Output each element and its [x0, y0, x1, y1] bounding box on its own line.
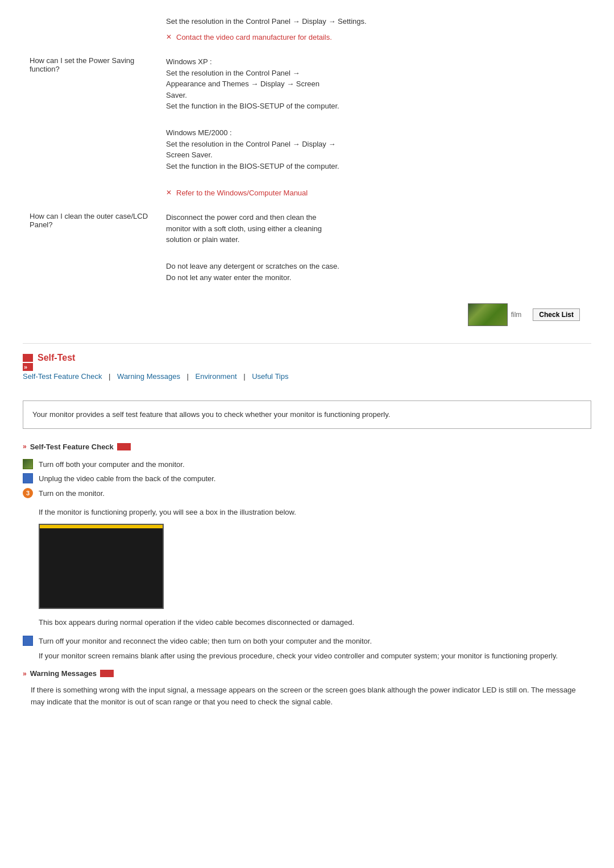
warning-marker-left: » [23, 670, 27, 678]
faq-question-empty [23, 11, 159, 52]
step-3-icon: 3 [23, 488, 33, 498]
sub-nav-warning-messages[interactable]: Warning Messages [117, 372, 180, 381]
warning-messages-header: » Warning Messages [23, 669, 591, 678]
top-text: Set the resolution in the Control Panel … [166, 16, 584, 27]
nav-thumbnail-image [468, 303, 508, 326]
contact-manufacturer-link[interactable]: Contact the video card manufacturer for … [176, 32, 332, 43]
self-test-title: Self-Test [38, 353, 75, 363]
warning-text-body: If there is something wrong with the inp… [23, 685, 591, 708]
sub-nav-sep-1: | [109, 372, 110, 381]
check-list-button[interactable]: Check List [533, 308, 580, 321]
sub-nav-sep-2: | [187, 372, 189, 381]
step-3-sub-text: If the monitor is functioning properly, … [39, 507, 591, 518]
faq-question-power-saving: How can I set the Power Saving function? [23, 52, 159, 207]
faq-answer-power-saving: Windows XP : Set the resolution in the C… [159, 52, 591, 207]
steps-list: Turn off both your computer and the moni… [23, 459, 591, 499]
feature-check-label: Self-Test Feature Check [30, 443, 114, 451]
step-2-text: Unplug the video cable from the back of … [39, 473, 215, 485]
monitor-yellow-bar [40, 525, 163, 528]
sub-nav-environment[interactable]: Environment [196, 372, 237, 381]
feature-check-marker-left: » [23, 443, 27, 450]
step-5: Turn off your monitor and reconnect the … [23, 636, 591, 647]
faq-row-top: Set the resolution in the Control Panel … [23, 11, 591, 52]
power-saving-note-x-icon: ✕ [166, 187, 172, 198]
power-saving-windows-xp: Windows XP : Set the resolution in the C… [166, 56, 584, 112]
self-test-section-header: » Self-Test [23, 353, 591, 363]
self-test-info-text: Your monitor provides a self test featur… [32, 410, 390, 419]
feature-check-marker-right-icon [117, 443, 131, 450]
faq-answer-top: Set the resolution in the Control Panel … [159, 11, 591, 52]
sub-nav-feature-check[interactable]: Self-Test Feature Check [23, 372, 102, 381]
faq-question-clean: How can I clean the outer case/LCD Panel… [23, 207, 159, 292]
nav-film-label: film [511, 311, 522, 319]
clean-answer-1: Disconnect the power cord and then clean… [166, 212, 584, 245]
step-5-icon [23, 636, 33, 646]
faq-table: Set the resolution in the Control Panel … [23, 11, 591, 292]
self-test-section-icon: » [23, 354, 33, 362]
step-1-icon [23, 459, 33, 469]
feature-check-header: » Self-Test Feature Check [23, 443, 591, 451]
sub-nav-sep-3: | [243, 372, 245, 381]
clean-answer-2: Do not leave any detergent or scratches … [166, 261, 584, 283]
note-x-icon: ✕ [166, 32, 172, 42]
step-3: 3 Turn on the monitor. [23, 488, 591, 499]
refer-windows-manual-link[interactable]: Refer to the Windows/Computer Manual [176, 187, 308, 199]
section-marker-svg: » [23, 363, 33, 371]
power-saving-note-line: ✕ Refer to the Windows/Computer Manual [166, 187, 584, 199]
monitor-illustration [39, 524, 164, 609]
step-2: Unplug the video cable from the back of … [23, 473, 591, 485]
sub-nav-useful-tips[interactable]: Useful Tips [252, 372, 288, 381]
step-1-text: Turn off both your computer and the moni… [39, 459, 185, 470]
step-1: Turn off both your computer and the moni… [23, 459, 591, 470]
step-5-container: Turn off your monitor and reconnect the … [23, 636, 591, 661]
step-2-icon [23, 473, 33, 483]
step-3-text: Turn on the monitor. [39, 488, 105, 499]
self-test-info-box: Your monitor provides a self test featur… [23, 400, 591, 429]
warning-label: Warning Messages [30, 669, 97, 678]
faq-row-clean: How can I clean the outer case/LCD Panel… [23, 207, 591, 292]
top-note-line: ✕ Contact the video card manufacturer fo… [166, 32, 584, 43]
power-saving-windows-me: Windows ME/2000 : Set the resolution in … [166, 127, 584, 172]
svg-text:»: » [24, 364, 27, 370]
bottom-nav-bar: film Check List [23, 303, 591, 326]
sub-nav-bar: Self-Test Feature Check | Warning Messag… [23, 372, 591, 381]
faq-answer-clean: Disconnect the power cord and then clean… [159, 207, 591, 292]
step-5-sub-text: If your monitor screen remains blank aft… [39, 650, 591, 662]
section-divider [23, 343, 591, 344]
faq-row-power-saving: How can I set the Power Saving function?… [23, 52, 591, 207]
warning-marker-right-icon [100, 670, 114, 677]
step-5-text: Turn off your monitor and reconnect the … [39, 636, 372, 647]
step-4-text: This box appears during normal operation… [39, 617, 591, 628]
